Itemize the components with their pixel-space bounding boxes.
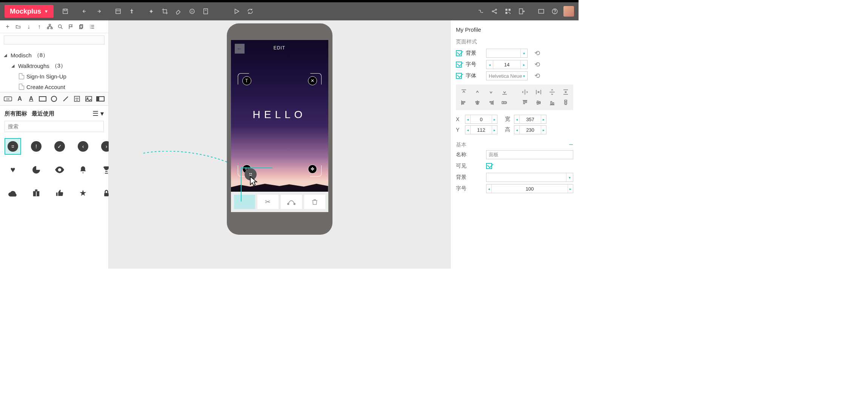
smile-icon[interactable] [5,138,21,155]
stepper-dec-icon[interactable]: ◂ [486,60,493,69]
star-icon[interactable]: ★ [75,185,91,202]
dist-v-center-icon[interactable] [549,88,556,96]
icon-menu-icon[interactable]: ☰ ▾ [92,109,104,118]
smiley-shape-icon[interactable] [73,95,81,103]
align-down-icon[interactable] [488,88,494,96]
move-down-icon[interactable]: ↓ [23,22,34,32]
search-pages-icon[interactable] [55,22,66,32]
collapse-section-icon[interactable]: − [569,140,573,149]
mock-hello-text[interactable]: HELLO [231,109,328,121]
checkbox-fontsize[interactable] [456,62,462,68]
align-hcenter-icon[interactable] [474,99,481,106]
align-left-icon[interactable] [460,99,467,106]
tree-root[interactable]: ◢ Modisch （8） [4,50,108,60]
panel-shape-icon[interactable] [96,95,105,103]
flag-icon[interactable] [66,22,76,32]
panel-toggle-icon[interactable] [537,7,545,15]
dist-h-space-icon[interactable] [535,88,542,96]
folder-icon[interactable] [13,22,23,32]
brand-menu[interactable]: Mockplus ▼ [5,5,54,18]
circle-shape-icon[interactable] [50,95,58,103]
x-stepper[interactable]: ◂0▸ [465,115,497,124]
reset-icon[interactable]: ⟲ [534,49,540,57]
magic-wand-icon[interactable]: ✦ [147,7,155,15]
chevron-left-icon[interactable]: ‹ [75,138,91,155]
eye-icon[interactable] [51,162,68,178]
handle-text-icon[interactable]: T [242,76,251,85]
reset-icon[interactable]: ⟲ [534,60,540,69]
style-icon[interactable]: D [188,7,196,15]
heart-icon[interactable]: ♥ [5,162,21,178]
fs2-stepper[interactable]: ◂100▸ [486,184,573,193]
h-stepper[interactable]: ◂230▸ [514,125,546,134]
font-dropdown[interactable]: Helvetica Neue ▾ [486,71,528,80]
align-vcenter-icon[interactable] [535,99,542,106]
align-up-icon[interactable] [474,88,481,96]
underline-text-icon[interactable]: A [27,95,35,103]
align-vgap-icon[interactable] [562,99,569,106]
align-right-icon[interactable] [488,99,494,106]
dist-h-center-icon[interactable] [522,88,528,96]
refresh-icon[interactable] [246,7,254,15]
user-avatar[interactable] [563,6,574,17]
group-icon[interactable] [114,7,122,15]
reset-icon[interactable]: ⟲ [534,72,540,80]
thumbs-up-icon[interactable] [51,185,68,202]
export-icon[interactable] [517,7,526,15]
list-icon[interactable]: 123 [87,22,97,32]
move-up-icon[interactable]: ↑ [34,22,45,32]
save-icon[interactable] [61,7,69,15]
cloud-icon[interactable] [5,185,21,202]
mock-tab-trash-icon[interactable] [304,195,325,209]
gift-icon[interactable] [28,185,45,202]
image-shape-icon[interactable] [85,95,92,103]
align-top2-icon[interactable] [522,99,528,106]
tree-page[interactable]: Sign-In Sign-Up [4,71,108,82]
flow-icon[interactable] [477,7,485,15]
checkbox-visible[interactable] [486,163,492,169]
y-stepper[interactable]: ◂112▸ [465,125,497,134]
share-icon[interactable] [490,7,499,15]
crop-icon[interactable] [161,7,169,15]
canvas[interactable]: ← EDIT HELLO T ✕ ↻ ✥ ✂ [109,20,450,269]
eraser-icon[interactable] [174,7,183,15]
icon-tab-all[interactable]: 所有图标 [5,110,27,117]
text-shape-icon[interactable]: A [16,95,23,103]
check-icon[interactable]: ✓ [51,138,68,155]
undo-icon[interactable] [81,7,89,15]
template-icon[interactable] [202,7,210,15]
help-icon[interactable] [551,7,559,15]
checkbox-font[interactable] [456,73,462,79]
bell-icon[interactable] [75,162,91,178]
handle-move-icon[interactable]: ✥ [308,165,317,174]
align-bottom-icon[interactable] [501,88,508,96]
rect-shape-icon[interactable] [39,95,46,103]
duplicate-icon[interactable] [76,22,87,32]
bg2-color-swatch[interactable]: ▾ [486,173,573,182]
line-shape-icon[interactable] [62,95,69,103]
alert-icon[interactable]: ! [28,138,45,155]
icon-search-input[interactable] [5,121,104,132]
bg-color-swatch[interactable]: ▾ [486,49,528,58]
page-search-input[interactable] [4,35,105,45]
add-page-icon[interactable]: ＋ [2,22,13,32]
play-icon[interactable] [232,7,241,15]
stepper-inc-icon[interactable]: ▸ [520,60,527,69]
dist-v-space-icon[interactable] [562,88,569,96]
w-stepper[interactable]: ◂357▸ [514,115,546,124]
name-input[interactable]: 面板 [486,150,573,159]
mock-tab-curve-icon[interactable] [281,195,302,209]
checkbox-bg[interactable] [456,50,462,56]
handle-close-icon[interactable]: ✕ [308,76,317,85]
align-gap-icon[interactable] [501,99,508,106]
tree-group[interactable]: ◢ Walktroughs （3） [4,60,108,71]
fontsize-stepper[interactable]: ◂ 14 ▸ [486,60,528,69]
button-shape-icon[interactable]: OK [4,95,12,103]
align-top-icon[interactable] [460,88,467,96]
pin-icon[interactable] [128,7,136,15]
sitemap-icon[interactable] [45,22,55,32]
pie-icon[interactable] [28,162,45,178]
icon-tab-recent[interactable]: 最近使用 [32,110,54,117]
align-bottom2-icon[interactable] [549,99,556,106]
tree-page[interactable]: Create Account [4,82,108,92]
